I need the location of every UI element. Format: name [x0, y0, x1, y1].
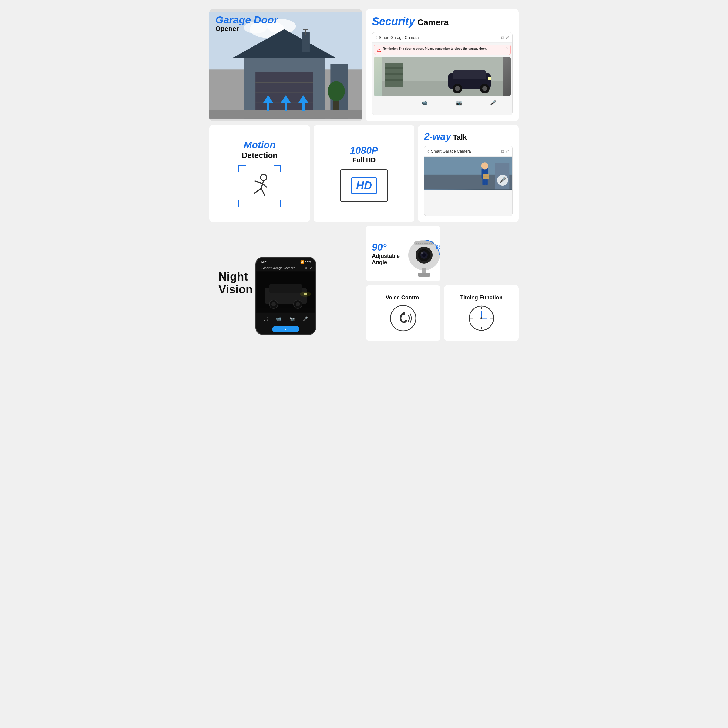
video-icon[interactable]: 📹 — [276, 317, 281, 321]
camera-icon[interactable]: 📷 — [456, 100, 462, 106]
bracket-br — [274, 200, 281, 208]
svg-line-36 — [255, 181, 262, 184]
svg-point-63 — [421, 252, 423, 254]
svg-rect-26 — [385, 80, 403, 81]
timing-function-icon — [468, 304, 495, 332]
svg-point-32 — [482, 86, 487, 91]
svg-point-68 — [422, 243, 424, 244]
angle-title-blue: 90° — [372, 242, 387, 253]
talk-phone-mock: ‹ Smart Garage Camera ⧉ ⤢ — [424, 146, 512, 216]
security-phone-screen: ‹ Smart Garage Camera ⧉ ⤢ ⚠ Reminder: Th… — [372, 32, 512, 115]
motion-title: Motion Detection — [242, 139, 278, 160]
fullhd-card: 1080P Full HD HD — [314, 125, 414, 222]
close-icon[interactable]: ✕ — [506, 47, 508, 50]
video-icon[interactable]: 📹 — [421, 100, 427, 106]
security-title-blue: Security — [372, 15, 415, 28]
running-person-icon — [246, 173, 273, 200]
night-phone-header: ‹ Smart Garage Camera ⧉ ⤢ — [256, 265, 315, 271]
alert-icon: ⚠ — [377, 47, 381, 53]
camera-3d-visual: 90° — [400, 236, 440, 272]
header-icons: ⧉ ⤢ — [501, 35, 509, 40]
svg-rect-51 — [269, 284, 303, 293]
mic-icon[interactable]: 🎤 — [490, 100, 496, 106]
garage-cam-view — [374, 57, 511, 96]
night-vision-card: NightVision 13:30 📶 55% ‹ Smart Garage C… — [209, 226, 362, 341]
arrow-up-2 — [280, 94, 292, 112]
garage-door-card: Garage Door Opener — [209, 9, 362, 121]
notification-text: Reminder: The door is open. Please remem… — [383, 47, 486, 51]
svg-rect-24 — [385, 67, 403, 69]
copy-icon[interactable]: ⧉ — [501, 35, 504, 40]
microphone-button[interactable]: 🎤 — [497, 175, 508, 186]
page-wrapper: Garage Door Opener Security Camera — [200, 0, 528, 350]
svg-marker-18 — [263, 95, 273, 111]
back-icon[interactable]: ‹ — [427, 148, 429, 154]
action-button[interactable]: ▲ — [272, 326, 300, 332]
svg-rect-47 — [482, 179, 485, 185]
two-way-talk-title: 2-way Talk — [424, 131, 512, 142]
row3-right-top: 90° Adjustable Angle — [366, 226, 519, 281]
angle-info: 90° Adjustable Angle — [372, 242, 400, 266]
row1: Garage Door Opener Security Camera — [209, 9, 519, 121]
svg-line-38 — [254, 188, 261, 193]
night-title-text: NightVision — [219, 270, 253, 296]
garage-title-black: Opener — [216, 25, 278, 33]
motion-icon-box — [239, 165, 281, 208]
svg-rect-48 — [485, 179, 488, 185]
copy-icon[interactable]: ⧉ — [501, 148, 504, 154]
angle-title-dark1: Adjustable — [372, 253, 400, 259]
svg-point-55 — [296, 302, 300, 306]
expand-icon[interactable]: ⤢ — [310, 266, 312, 270]
camera-angle-svg: 90° — [400, 236, 440, 278]
talk-cam-preview: 🎤 — [424, 156, 512, 190]
svg-line-39 — [261, 188, 265, 196]
open-arrows — [262, 94, 309, 112]
garage-door-label: Garage Door Opener — [216, 15, 278, 33]
security-camera-title: Security Camera — [372, 15, 512, 28]
back-icon[interactable]: ‹ — [259, 266, 260, 270]
expand-icon[interactable]: ⤢ — [506, 148, 509, 154]
bottom-row: Voice Control Timing Function — [366, 285, 519, 341]
garage-title-blue: Garage Door — [216, 15, 278, 25]
svg-rect-8 — [306, 29, 306, 35]
svg-point-44 — [482, 162, 488, 169]
row2: Motion Detection — [209, 125, 519, 222]
security-camera-card: Security Camera ‹ Smart Garage Camera ⧉ … — [366, 9, 519, 121]
security-title-black: Camera — [418, 18, 449, 27]
arrow-up-3 — [297, 94, 309, 112]
fullhd-title-blue: 1080P — [350, 145, 378, 156]
mic-icon[interactable]: 🎤 — [303, 317, 308, 321]
talk-cam-title: Smart Garage Camera — [431, 149, 499, 153]
svg-rect-33 — [488, 77, 491, 80]
talk-cam-view — [424, 156, 512, 190]
back-icon[interactable]: ‹ — [375, 34, 377, 41]
night-vision-title: NightVision — [219, 271, 253, 296]
motion-title-blue: Motion — [242, 139, 278, 151]
svg-point-67 — [420, 243, 421, 244]
angle-title: 90° Adjustable Angle — [372, 242, 400, 266]
expand-icon[interactable]: ⤢ — [506, 35, 509, 40]
cam-header-title: Smart Garage Camera — [379, 35, 499, 40]
fullscreen-icon[interactable]: ⛶ — [388, 100, 393, 106]
camera-preview — [374, 57, 511, 96]
angle-card: 90° Adjustable Angle — [366, 226, 440, 281]
bracket-bl — [239, 200, 246, 208]
talk-title-dark: Talk — [453, 133, 467, 142]
phone-header: ‹ Smart Garage Camera ⧉ ⤢ — [372, 32, 512, 43]
night-car-view — [257, 272, 315, 312]
phone-icons: 📶 55% — [300, 260, 311, 264]
fullhd-title: 1080P Full HD — [350, 145, 378, 164]
svg-rect-74 — [418, 273, 430, 277]
svg-point-65 — [416, 243, 417, 244]
copy-icon[interactable]: ⧉ — [304, 266, 307, 270]
talk-phone-header: ‹ Smart Garage Camera ⧉ ⤢ — [424, 146, 512, 156]
svg-point-72 — [431, 243, 432, 244]
camera-icon[interactable]: 📷 — [289, 317, 295, 321]
svg-point-69 — [424, 243, 425, 244]
svg-line-37 — [262, 184, 267, 187]
camera-bottom-bar: ⛶ 📹 📷 🎤 — [372, 98, 512, 107]
svg-point-70 — [427, 243, 428, 244]
timing-function-title: Timing Function — [460, 295, 503, 301]
angle-title-dark2: Angle — [372, 259, 387, 265]
fullscreen-icon[interactable]: ⛶ — [264, 317, 268, 321]
